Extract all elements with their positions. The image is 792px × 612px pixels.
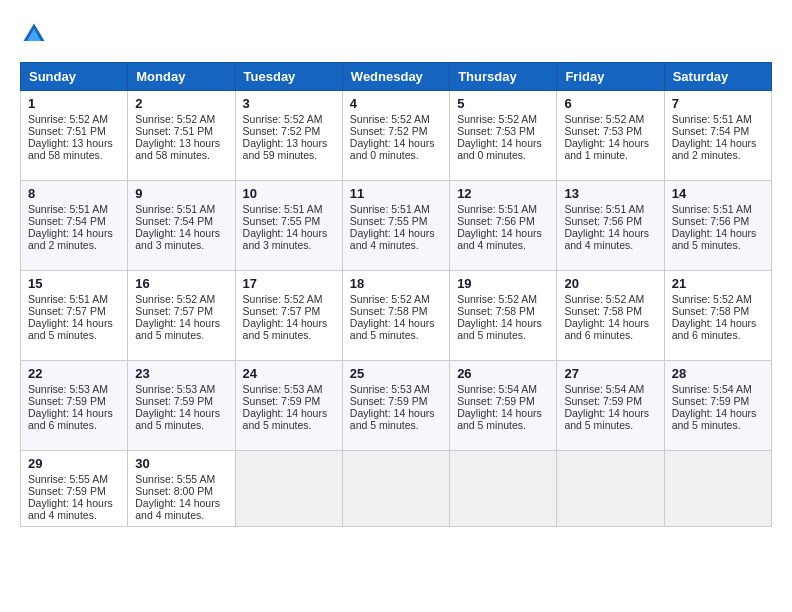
cell-info-line: Daylight: 14 hours: [350, 227, 442, 239]
calendar-cell: 15Sunrise: 5:51 AMSunset: 7:57 PMDayligh…: [21, 271, 128, 361]
day-number: 19: [457, 276, 549, 291]
calendar-table: SundayMondayTuesdayWednesdayThursdayFrid…: [20, 62, 772, 527]
day-number: 30: [135, 456, 227, 471]
cell-info-line: Daylight: 14 hours: [564, 317, 656, 329]
weekday-header-friday: Friday: [557, 63, 664, 91]
cell-info-line: and 3 minutes.: [243, 239, 335, 251]
calendar-cell: 10Sunrise: 5:51 AMSunset: 7:55 PMDayligh…: [235, 181, 342, 271]
cell-info-line: Daylight: 14 hours: [28, 227, 120, 239]
cell-info-line: Sunset: 7:58 PM: [672, 305, 764, 317]
cell-info-line: Sunrise: 5:51 AM: [672, 113, 764, 125]
calendar-cell: [664, 451, 771, 527]
cell-info-line: Daylight: 14 hours: [457, 227, 549, 239]
cell-info-line: and 5 minutes.: [28, 329, 120, 341]
calendar-cell: 14Sunrise: 5:51 AMSunset: 7:56 PMDayligh…: [664, 181, 771, 271]
logo: [20, 20, 52, 48]
cell-info-line: Sunrise: 5:52 AM: [564, 293, 656, 305]
cell-info-line: Daylight: 14 hours: [243, 227, 335, 239]
day-number: 23: [135, 366, 227, 381]
cell-info-line: Sunset: 7:59 PM: [243, 395, 335, 407]
cell-info-line: Daylight: 14 hours: [564, 407, 656, 419]
day-number: 10: [243, 186, 335, 201]
cell-info-line: and 5 minutes.: [350, 329, 442, 341]
cell-info-line: Sunrise: 5:51 AM: [243, 203, 335, 215]
cell-info-line: and 5 minutes.: [350, 419, 442, 431]
cell-info-line: Sunset: 7:59 PM: [28, 395, 120, 407]
calendar-cell: 28Sunrise: 5:54 AMSunset: 7:59 PMDayligh…: [664, 361, 771, 451]
cell-info-line: Sunrise: 5:52 AM: [672, 293, 764, 305]
cell-info-line: Daylight: 14 hours: [457, 317, 549, 329]
cell-info-line: Sunrise: 5:52 AM: [243, 293, 335, 305]
day-number: 20: [564, 276, 656, 291]
calendar-cell: 27Sunrise: 5:54 AMSunset: 7:59 PMDayligh…: [557, 361, 664, 451]
cell-info-line: Sunrise: 5:52 AM: [135, 113, 227, 125]
cell-info-line: Sunset: 7:59 PM: [28, 485, 120, 497]
cell-info-line: Sunrise: 5:54 AM: [672, 383, 764, 395]
cell-info-line: Sunrise: 5:52 AM: [350, 293, 442, 305]
cell-info-line: Sunset: 7:59 PM: [457, 395, 549, 407]
cell-info-line: and 4 minutes.: [564, 239, 656, 251]
cell-info-line: Sunset: 7:51 PM: [28, 125, 120, 137]
cell-info-line: and 4 minutes.: [135, 509, 227, 521]
cell-info-line: Sunrise: 5:51 AM: [28, 293, 120, 305]
cell-info-line: Sunset: 7:51 PM: [135, 125, 227, 137]
cell-info-line: and 2 minutes.: [28, 239, 120, 251]
cell-info-line: Daylight: 14 hours: [28, 407, 120, 419]
cell-info-line: Sunset: 7:59 PM: [564, 395, 656, 407]
day-number: 2: [135, 96, 227, 111]
calendar-cell: 25Sunrise: 5:53 AMSunset: 7:59 PMDayligh…: [342, 361, 449, 451]
cell-info-line: Sunrise: 5:52 AM: [350, 113, 442, 125]
cell-info-line: Sunset: 7:58 PM: [564, 305, 656, 317]
cell-info-line: and 5 minutes.: [672, 419, 764, 431]
cell-info-line: and 5 minutes.: [457, 329, 549, 341]
calendar-cell: 9Sunrise: 5:51 AMSunset: 7:54 PMDaylight…: [128, 181, 235, 271]
calendar-cell: 20Sunrise: 5:52 AMSunset: 7:58 PMDayligh…: [557, 271, 664, 361]
calendar-cell: 23Sunrise: 5:53 AMSunset: 7:59 PMDayligh…: [128, 361, 235, 451]
day-number: 5: [457, 96, 549, 111]
calendar-cell: 4Sunrise: 5:52 AMSunset: 7:52 PMDaylight…: [342, 91, 449, 181]
day-number: 16: [135, 276, 227, 291]
cell-info-line: Sunrise: 5:53 AM: [350, 383, 442, 395]
cell-info-line: and 5 minutes.: [135, 419, 227, 431]
cell-info-line: Sunset: 7:55 PM: [243, 215, 335, 227]
day-number: 18: [350, 276, 442, 291]
calendar-cell: 22Sunrise: 5:53 AMSunset: 7:59 PMDayligh…: [21, 361, 128, 451]
cell-info-line: Daylight: 14 hours: [350, 317, 442, 329]
cell-info-line: Sunset: 7:59 PM: [350, 395, 442, 407]
cell-info-line: Sunset: 7:54 PM: [672, 125, 764, 137]
cell-info-line: Daylight: 14 hours: [564, 137, 656, 149]
cell-info-line: Sunset: 7:53 PM: [564, 125, 656, 137]
day-number: 21: [672, 276, 764, 291]
day-number: 28: [672, 366, 764, 381]
cell-info-line: Daylight: 14 hours: [28, 317, 120, 329]
cell-info-line: and 6 minutes.: [28, 419, 120, 431]
cell-info-line: Daylight: 14 hours: [28, 497, 120, 509]
cell-info-line: Daylight: 13 hours: [243, 137, 335, 149]
calendar-cell: [235, 451, 342, 527]
cell-info-line: and 1 minute.: [564, 149, 656, 161]
day-number: 7: [672, 96, 764, 111]
page-header: [20, 20, 772, 48]
cell-info-line: Sunrise: 5:52 AM: [243, 113, 335, 125]
cell-info-line: Sunrise: 5:51 AM: [135, 203, 227, 215]
weekday-header-wednesday: Wednesday: [342, 63, 449, 91]
day-number: 11: [350, 186, 442, 201]
calendar-cell: [342, 451, 449, 527]
cell-info-line: Sunrise: 5:54 AM: [564, 383, 656, 395]
calendar-cell: 18Sunrise: 5:52 AMSunset: 7:58 PMDayligh…: [342, 271, 449, 361]
cell-info-line: and 5 minutes.: [457, 419, 549, 431]
cell-info-line: and 2 minutes.: [672, 149, 764, 161]
calendar-cell: 1Sunrise: 5:52 AMSunset: 7:51 PMDaylight…: [21, 91, 128, 181]
cell-info-line: Sunset: 7:57 PM: [28, 305, 120, 317]
calendar-cell: 13Sunrise: 5:51 AMSunset: 7:56 PMDayligh…: [557, 181, 664, 271]
cell-info-line: Sunrise: 5:52 AM: [457, 113, 549, 125]
weekday-header-thursday: Thursday: [450, 63, 557, 91]
cell-info-line: and 5 minutes.: [672, 239, 764, 251]
day-number: 8: [28, 186, 120, 201]
cell-info-line: Sunrise: 5:51 AM: [564, 203, 656, 215]
cell-info-line: and 0 minutes.: [350, 149, 442, 161]
day-number: 29: [28, 456, 120, 471]
cell-info-line: Sunset: 7:52 PM: [350, 125, 442, 137]
cell-info-line: Daylight: 14 hours: [135, 407, 227, 419]
logo-icon: [20, 20, 48, 48]
